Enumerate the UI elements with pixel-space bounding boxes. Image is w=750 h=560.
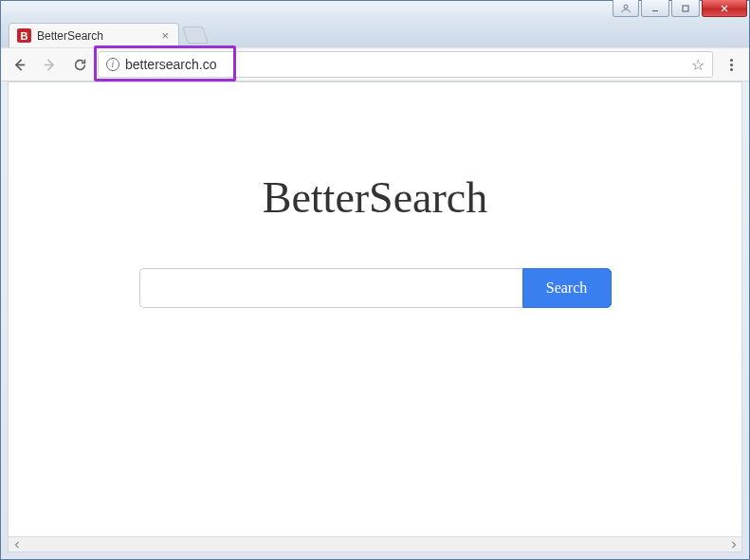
tab-strip: B BetterSearch × xyxy=(1,20,749,47)
back-button[interactable] xyxy=(7,52,31,77)
search-input[interactable] xyxy=(139,268,522,308)
page-title: BetterSearch xyxy=(263,172,488,223)
search-form: Search xyxy=(139,268,612,308)
tab-title: BetterSearch xyxy=(37,29,154,43)
forward-button[interactable] xyxy=(37,52,62,77)
arrow-right-icon xyxy=(42,57,58,73)
window-controls xyxy=(613,0,747,17)
svg-point-0 xyxy=(624,5,628,9)
site-info-icon[interactable]: i xyxy=(106,58,119,71)
maximize-icon xyxy=(680,3,691,14)
search-button[interactable]: Search xyxy=(522,268,612,308)
maximize-button[interactable] xyxy=(671,0,700,17)
arrow-left-icon xyxy=(11,57,27,73)
scroll-right-icon[interactable] xyxy=(725,537,741,551)
new-tab-button[interactable] xyxy=(182,27,209,44)
bookmark-star-icon[interactable]: ☆ xyxy=(691,56,704,74)
browser-tab[interactable]: B BetterSearch × xyxy=(9,23,179,47)
browser-menu-button[interactable] xyxy=(719,52,743,77)
svg-rect-2 xyxy=(683,6,688,11)
user-button[interactable] xyxy=(613,0,639,17)
minimize-button[interactable] xyxy=(641,0,669,17)
url-text: bettersearch.co xyxy=(125,57,686,72)
scroll-left-icon[interactable] xyxy=(9,537,25,551)
window-titlebar xyxy=(1,1,749,20)
reload-button[interactable] xyxy=(67,52,92,77)
address-bar-container: i bettersearch.co ☆ xyxy=(98,51,713,78)
favicon: B xyxy=(17,28,31,43)
horizontal-scrollbar[interactable] xyxy=(9,536,741,551)
page-content: BetterSearch Search xyxy=(8,81,742,552)
minimize-icon xyxy=(649,3,661,14)
tab-close-icon[interactable]: × xyxy=(159,28,171,43)
scrollbar-track[interactable] xyxy=(25,537,725,551)
reload-icon xyxy=(72,57,88,73)
close-button[interactable] xyxy=(702,0,747,17)
close-icon xyxy=(719,3,730,14)
address-bar[interactable]: i bettersearch.co ☆ xyxy=(98,51,713,78)
browser-window: B BetterSearch × i bettersearch.co ☆ xyxy=(0,0,750,560)
kebab-menu-icon xyxy=(730,59,733,71)
user-icon xyxy=(620,3,631,14)
browser-toolbar: i bettersearch.co ☆ xyxy=(1,47,749,81)
